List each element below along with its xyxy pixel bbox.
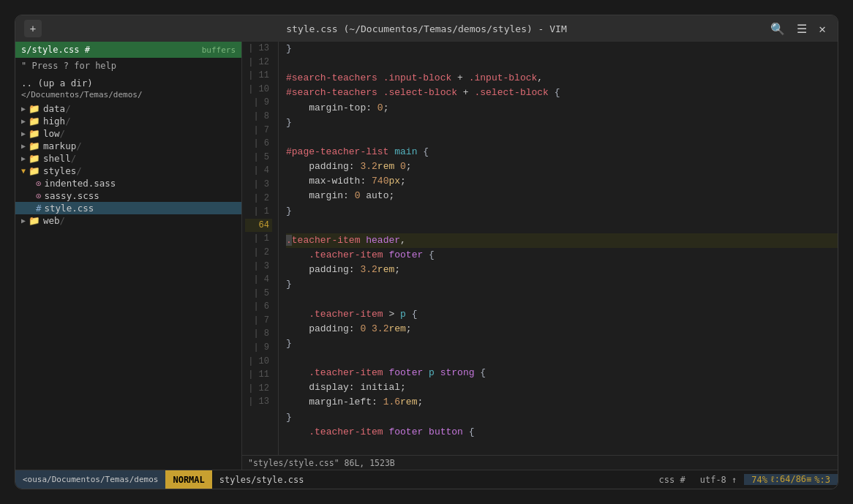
folder-slash-styles: / [76, 165, 82, 176]
code-line-4a: max-width: 740px; [286, 174, 838, 189]
folder-label-low: low [43, 128, 60, 139]
code-line-13b: .teacher-item footer button { [286, 425, 838, 440]
code-line-1a [286, 219, 838, 233]
fb-item-updir[interactable]: .. (up a dir) [15, 77, 241, 89]
code-line-8b [286, 351, 838, 366]
fb-item-low[interactable]: ▶ 📁 low / [15, 127, 241, 140]
filebrowser-title: s/style.css # [21, 45, 90, 55]
code-line-2a: } [286, 204, 838, 219]
folder-icon-high: 📁 [29, 116, 40, 127]
code-line-6a: #page-teacher-list main { [286, 145, 838, 159]
vim-window: + style.css (~/Documentos/Temas/demos/st… [15, 15, 838, 489]
folder-label-web: web [43, 215, 60, 226]
ln-64-current: 64 [245, 219, 272, 233]
help-text: " Press ? for help [21, 61, 116, 71]
updir-label: .. (up a dir) [21, 78, 93, 89]
code-line-7a [286, 130, 838, 145]
folder-icon-web: 📁 [29, 215, 40, 226]
ln-4-above: | 4 [245, 164, 272, 178]
status-path-text: <ousa/Documentos/Temas/demos [23, 475, 158, 484]
col-text: %:3 [814, 475, 830, 485]
fb-item-style-css[interactable]: # style.css [15, 202, 241, 214]
file-browser: s/style.css # buffers " Press ? for help… [15, 42, 242, 470]
fb-item-markup[interactable]: ▶ 📁 markup / [15, 140, 241, 152]
file-icon-sass: ⊙ [36, 178, 42, 189]
status-percent: 74% ℓ:64/86≡ %:3 [744, 474, 838, 485]
code-line-13a: } [286, 42, 838, 56]
fb-item-sassy-scss[interactable]: ⊙ sassy.scss [15, 189, 241, 202]
filename-text: styles/style.css [219, 475, 304, 485]
add-tab-button[interactable]: + [24, 20, 42, 37]
editor-content[interactable]: | 13 | 12 | 11 | 10 | 9 | 8 | 7 | 6 | 5 … [242, 42, 838, 455]
folder-arrow-data: ▶ [21, 105, 26, 113]
folder-icon-low: 📁 [29, 128, 40, 139]
status-right: css # utf-8 ↑ 74% ℓ:64/86≡ %:3 [652, 474, 838, 485]
code-line-1b: .teacher-item footer { [286, 248, 838, 263]
titlebar-right: 🔍 ☰ ✕ [767, 20, 829, 37]
folder-arrow-high: ▶ [21, 117, 26, 125]
search-icon[interactable]: 🔍 [767, 20, 788, 37]
ln-8-below: | 8 [245, 327, 272, 341]
fb-item-styles[interactable]: ▼ 📁 styles / [15, 165, 241, 177]
code-line-3b: } [286, 277, 838, 292]
folder-icon-shell: 📁 [29, 153, 40, 164]
code-line-12a [286, 56, 838, 71]
ln-10-above: | 10 [245, 83, 272, 97]
folder-label-markup: markup [43, 140, 76, 151]
code-line-9b: .teacher-item footer p strong { [286, 366, 838, 380]
fb-item-high[interactable]: ▶ 📁 high / [15, 115, 241, 127]
code-lines: } #search-teachers .input-block + .input… [279, 42, 838, 455]
statusbar: <ousa/Documentos/Temas/demos NORMAL styl… [15, 470, 838, 489]
code-line-12b: } [286, 410, 838, 425]
ln-4-below: | 4 [245, 273, 272, 287]
ln-12-above: | 12 [245, 56, 272, 69]
file-label-style-css: style.css [45, 203, 94, 214]
folder-slash-data: / [65, 103, 71, 114]
folder-label-high: high [43, 116, 65, 127]
ln-3-above: | 3 [245, 178, 272, 192]
close-icon[interactable]: ✕ [816, 20, 829, 37]
buffers-label[interactable]: buffers [202, 45, 236, 55]
code-line-5a: padding: 3.2rem 0; [286, 159, 838, 174]
ln-1-above: | 1 [245, 205, 272, 219]
folder-icon-markup: 📁 [29, 140, 40, 151]
file-label-indented-sass: indented.sass [45, 178, 116, 189]
ln-3-below: | 3 [245, 260, 272, 274]
ln-2-above: | 2 [245, 192, 272, 206]
status-encoding: utf-8 ↑ [693, 475, 745, 485]
status-filename: styles/style.css [212, 475, 312, 485]
ln-8-above: | 8 [245, 110, 272, 124]
folder-label-styles: styles [43, 165, 76, 176]
line-numbers: | 13 | 12 | 11 | 10 | 9 | 8 | 7 | 6 | 5 … [242, 42, 279, 455]
ln-1-below: | 1 [245, 232, 272, 246]
folder-icon-data: 📁 [29, 103, 40, 114]
ln-9-above: | 9 [245, 96, 272, 110]
folder-slash-shell: / [71, 153, 77, 164]
menu-icon[interactable]: ☰ [794, 20, 810, 37]
code-line-8a: } [286, 116, 838, 130]
status-bottom-bar: "styles/style.css" 86L, 1523B [242, 455, 838, 470]
status-filetype: css # [652, 475, 693, 485]
percent-text: 74% [751, 475, 767, 485]
folder-label-data: data [43, 103, 65, 114]
status-mode: NORMAL [165, 470, 211, 489]
fb-item-web[interactable]: ▶ 📁 web / [15, 214, 241, 227]
filebrowser-help: " Press ? for help [15, 58, 241, 74]
fb-item-indented-sass[interactable]: ⊙ indented.sass [15, 177, 241, 189]
folder-arrow-markup: ▶ [21, 142, 26, 150]
ln-9-below: | 9 [245, 341, 272, 355]
code-line-10b: display: initial; [286, 380, 838, 395]
ln-6-above: | 6 [245, 137, 272, 151]
code-line-11b: margin-left: 1.6rem; [286, 395, 838, 410]
ln-11-below: | 11 [245, 368, 272, 382]
fb-item-shell[interactable]: ▶ 📁 shell / [15, 152, 241, 165]
code-line-5b: .teacher-item > p { [286, 307, 838, 322]
ln-13-above: | 13 [245, 42, 272, 56]
ln-7-above: | 7 [245, 124, 272, 138]
file-label-sassy-scss: sassy.scss [45, 190, 99, 201]
ln-12-below: | 12 [245, 382, 272, 396]
code-line-9a: margin-top: 0; [286, 101, 838, 116]
titlebar: + style.css (~/Documentos/Temas/demos/st… [15, 15, 838, 42]
filebrowser-header: s/style.css # buffers [15, 42, 241, 58]
fb-item-data[interactable]: ▶ 📁 data / [15, 102, 241, 115]
